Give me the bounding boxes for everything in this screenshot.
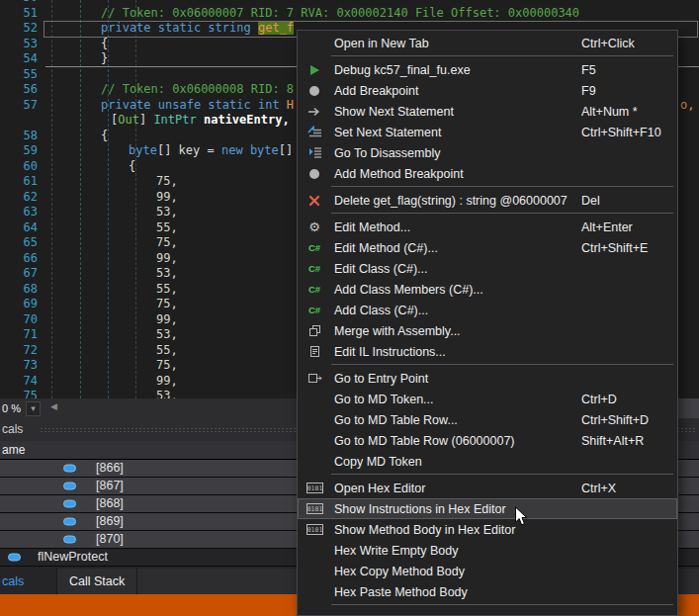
gear-icon: ⚙ xyxy=(298,220,331,233)
dnspy-window: 5051// Token: 0x06000007 RID: 7 RVA: 0x0… xyxy=(0,0,699,616)
code-token: // Token: 0x06000007 RID: 7 RVA: 0x00002… xyxy=(101,6,579,20)
merge-icon xyxy=(298,324,331,337)
zoom-level: 0 % xyxy=(0,402,26,414)
code-token: 53, xyxy=(156,266,178,280)
line-number: 67 xyxy=(0,266,38,282)
menu-item-edit-method-c[interactable]: C#Edit Method (C#)...Ctrl+Shift+E xyxy=(298,237,677,258)
svg-text:0101: 0101 xyxy=(306,484,322,492)
menu-item-add-method-breakpoint[interactable]: Add Method Breakpoint xyxy=(298,163,677,184)
line-number: 51 xyxy=(0,6,38,22)
hex-icon: 0101 xyxy=(298,524,331,535)
menu-item-label: Debug kc57_final_fu.exe xyxy=(331,63,581,77)
menu-item-label: Show Method Body in Hex Editor xyxy=(331,523,581,537)
menu-item-label: Set Next Statement xyxy=(331,126,581,139)
context-menu-items: Open in New TabCtrl+ClickDebug kc57_fina… xyxy=(298,33,677,608)
tab-call-stack[interactable]: Call Stack xyxy=(57,569,137,594)
line-number: 68 xyxy=(0,282,38,298)
code-token: IntPtr xyxy=(153,113,204,127)
code-token: { xyxy=(101,37,108,50)
menu-item-merge-with-assembly[interactable]: Merge with Assembly... xyxy=(298,320,677,341)
name-header-label: ame xyxy=(0,443,25,457)
menu-item-label: Add Method Breakpoint xyxy=(331,167,581,181)
code-token: 75, xyxy=(156,235,178,249)
menu-item-set-next-statement[interactable]: Set Next StatementCtrl+Shift+F10 xyxy=(298,122,677,142)
line-number: 54 xyxy=(0,51,38,67)
line-number: 66 xyxy=(0,251,38,267)
code-token: nativeEntry, xyxy=(204,113,290,127)
menu-item-label: Show Next Statement xyxy=(331,105,581,119)
csharp-icon: C# xyxy=(298,263,331,274)
menu-item-shortcut: Ctrl+X xyxy=(581,482,616,495)
arrow-right-icon xyxy=(298,107,331,117)
delete-x-icon xyxy=(298,195,331,207)
menu-item-debug-kc57-final-fu-exe[interactable]: Debug kc57_final_fu.exeF5 xyxy=(298,59,677,80)
entry-point-icon xyxy=(298,372,331,385)
line-number: 74 xyxy=(0,374,38,390)
menu-item-edit-il-instructions[interactable]: Edit IL Instructions... xyxy=(298,341,677,362)
line-number: 72 xyxy=(0,343,38,359)
line-number: 75 xyxy=(0,389,38,398)
csharp-icon: C# xyxy=(298,242,331,253)
menu-item-edit-class-c[interactable]: C#Edit Class (C#)... xyxy=(298,258,677,279)
code-token: = xyxy=(200,143,221,157)
context-menu: Open in New TabCtrl+ClickDebug kc57_fina… xyxy=(297,30,678,616)
zoom-dropdown-button[interactable]: ▾ xyxy=(26,401,41,416)
menu-item-go-to-md-table-row-06000007[interactable]: Go to MD Table Row (06000007)Shift+Alt+R xyxy=(298,430,677,451)
code-token: [] xyxy=(279,143,293,157)
menu-item-shortcut: Alt+Enter xyxy=(581,220,633,234)
menu-item-delete-get-flag-string-string-06000007[interactable]: Delete get_flag(string) : string @060000… xyxy=(298,190,677,211)
menu-item-label: Open in New Tab xyxy=(331,37,581,50)
line-number: 70 xyxy=(0,312,38,328)
menu-item-go-to-entry-point[interactable]: Go to Entry Point xyxy=(298,368,677,389)
menu-item-open-in-new-tab[interactable]: Open in New TabCtrl+Click xyxy=(298,33,677,53)
line-number: 71 xyxy=(0,327,38,343)
scroll-left-icon[interactable]: ◀ xyxy=(50,401,57,411)
code-line-51[interactable]: 51// Token: 0x06000007 RID: 7 RVA: 0x000… xyxy=(0,6,699,22)
menu-item-go-to-md-table-row[interactable]: Go to MD Table Row...Ctrl+Shift+D xyxy=(298,409,677,430)
menu-item-label: Edit Method... xyxy=(331,220,581,234)
menu-item-add-breakpoint[interactable]: Add BreakpointF9 xyxy=(298,80,677,101)
menu-item-label: Go to MD Table Row (06000007) xyxy=(331,434,581,448)
code-token: key xyxy=(179,143,201,157)
menu-item-hex-copy-method-body[interactable]: Hex Copy Method Body xyxy=(298,561,677,581)
menu-item-copy-md-token[interactable]: Copy MD Token xyxy=(298,451,677,472)
menu-item-show-instructions-in-hex-editor[interactable]: 0101Show Instructions in Hex Editor xyxy=(298,498,677,519)
menu-item-show-method-body-in-hex-editor[interactable]: 0101Show Method Body in Hex Editor xyxy=(298,519,677,540)
menu-item-add-class-c[interactable]: C#Add Class (C#)... xyxy=(298,300,677,320)
line-number: 58 xyxy=(0,129,38,144)
menu-item-shortcut: F5 xyxy=(581,63,596,77)
line-number: 53 xyxy=(0,37,38,52)
menu-item-label: Edit Method (C#)... xyxy=(331,241,581,255)
field-icon xyxy=(8,552,21,566)
menu-item-add-class-members-c[interactable]: C#Add Class Members (C#)... xyxy=(298,279,677,300)
code-token: byte xyxy=(250,143,279,157)
code-text: // Token: 0x06000007 RID: 7 RVA: 0x00002… xyxy=(45,6,699,22)
tab-cals[interactable]: cals xyxy=(0,569,57,594)
menu-item-hex-paste-method-body[interactable]: Hex Paste Method Body xyxy=(298,581,677,602)
menu-item-go-to-disassembly[interactable]: Go To Disassembly xyxy=(298,142,677,163)
menu-item-edit-method[interactable]: ⚙Edit Method...Alt+Enter xyxy=(298,217,677,237)
code-token: 75, xyxy=(156,174,178,188)
menu-item-label: Add Breakpoint xyxy=(331,84,581,98)
csharp-icon: C# xyxy=(298,284,331,295)
breakpoint-icon xyxy=(298,85,331,97)
menu-item-label: Edit IL Instructions... xyxy=(331,345,581,359)
menu-item-show-next-statement[interactable]: Show Next StatementAlt+Num * xyxy=(298,101,677,122)
menu-item-go-to-md-token[interactable]: Go to MD Token...Ctrl+D xyxy=(298,389,677,409)
locals-title-label: cals xyxy=(0,422,23,436)
menu-separator xyxy=(298,602,677,608)
line-number: 57 xyxy=(0,98,38,114)
menu-item-label: Show Instructions in Hex Editor xyxy=(331,502,581,516)
code-token: 99, xyxy=(156,251,178,265)
menu-item-hex-write-empty-body[interactable]: Hex Write Empty Body xyxy=(298,540,677,561)
chevron-down-icon: ▾ xyxy=(31,404,36,413)
code-token: get_f xyxy=(258,21,294,35)
menu-item-open-hex-editor[interactable]: 0101Open Hex EditorCtrl+X xyxy=(298,478,677,498)
line-number: 52 xyxy=(0,21,38,37)
code-token: 55, xyxy=(156,282,178,296)
menu-item-label: Open Hex Editor xyxy=(331,482,581,495)
hex-icon: 0101 xyxy=(298,483,331,493)
code-token: byte xyxy=(129,143,157,157)
menu-item-label: Edit Class (C#)... xyxy=(331,262,581,276)
line-number: 55 xyxy=(0,67,38,83)
